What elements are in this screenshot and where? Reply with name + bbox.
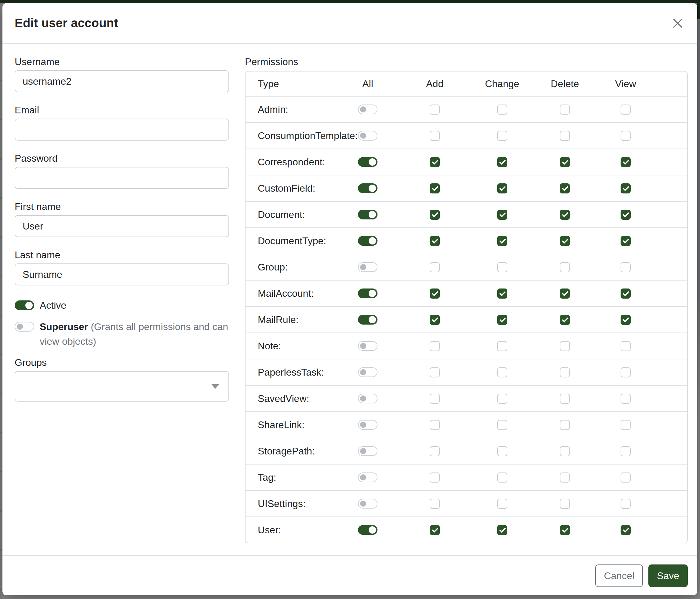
permission-change-checkbox[interactable] <box>497 473 507 483</box>
permission-delete-checkbox[interactable] <box>560 131 570 141</box>
toggle-knob <box>369 237 376 244</box>
permission-add-checkbox[interactable] <box>430 210 440 220</box>
permission-add-checkbox[interactable] <box>430 131 440 141</box>
permission-add-checkbox[interactable] <box>430 367 440 378</box>
permission-all-toggle[interactable] <box>358 236 377 246</box>
permission-all-toggle[interactable] <box>358 131 377 141</box>
permission-add-checkbox[interactable] <box>430 446 440 456</box>
permission-add-checkbox[interactable] <box>430 104 440 115</box>
permission-add-checkbox[interactable] <box>430 183 440 193</box>
permission-add-checkbox[interactable] <box>430 341 440 351</box>
permission-delete-checkbox[interactable] <box>560 104 570 115</box>
permission-delete-checkbox[interactable] <box>560 236 570 246</box>
permission-change-checkbox[interactable] <box>497 157 507 167</box>
permission-all-toggle[interactable] <box>358 104 377 114</box>
permission-delete-checkbox[interactable] <box>560 499 570 509</box>
permission-view-checkbox[interactable] <box>621 499 631 509</box>
permission-change-checkbox[interactable] <box>497 420 507 430</box>
permission-view-checkbox[interactable] <box>621 157 631 167</box>
permission-view-checkbox[interactable] <box>621 446 631 456</box>
close-button[interactable] <box>669 15 686 32</box>
permission-delete-checkbox[interactable] <box>560 525 570 535</box>
permission-change-checkbox[interactable] <box>497 367 507 378</box>
password-input[interactable] <box>15 167 229 189</box>
last-name-input[interactable] <box>15 263 229 285</box>
permission-view-checkbox[interactable] <box>621 288 631 298</box>
permission-all-toggle[interactable] <box>358 183 377 193</box>
permission-add-checkbox[interactable] <box>430 525 440 535</box>
permission-change-checkbox[interactable] <box>497 288 507 298</box>
backdrop-right <box>697 19 700 599</box>
superuser-toggle[interactable] <box>15 322 34 332</box>
permission-delete-checkbox[interactable] <box>560 288 570 298</box>
first-name-input[interactable] <box>15 215 229 237</box>
permission-delete-checkbox[interactable] <box>560 393 570 404</box>
permission-all-toggle[interactable] <box>358 288 377 298</box>
permission-delete-checkbox[interactable] <box>560 473 570 483</box>
groups-select[interactable] <box>15 371 229 402</box>
active-toggle[interactable] <box>15 301 34 310</box>
permission-delete-checkbox[interactable] <box>560 183 570 193</box>
permission-add-checkbox[interactable] <box>430 262 440 272</box>
permission-add-checkbox[interactable] <box>430 315 440 325</box>
permission-add-checkbox[interactable] <box>430 393 440 404</box>
permission-add-checkbox[interactable] <box>430 420 440 430</box>
permission-delete-checkbox[interactable] <box>560 210 570 220</box>
email-input[interactable] <box>15 119 229 141</box>
permission-all-toggle[interactable] <box>358 473 377 482</box>
permission-change-checkbox[interactable] <box>497 104 507 115</box>
permission-change-checkbox[interactable] <box>497 446 507 456</box>
permission-change-checkbox[interactable] <box>497 236 507 246</box>
permission-all-toggle[interactable] <box>358 393 377 403</box>
permission-change-checkbox[interactable] <box>497 499 507 509</box>
permission-view-checkbox[interactable] <box>621 236 631 246</box>
permission-view-checkbox[interactable] <box>621 525 631 535</box>
permission-view-checkbox[interactable] <box>621 210 631 220</box>
permission-delete-checkbox[interactable] <box>560 367 570 378</box>
permission-add-checkbox[interactable] <box>430 499 440 509</box>
permission-delete-checkbox[interactable] <box>560 315 570 325</box>
permission-view-checkbox[interactable] <box>621 262 631 272</box>
permission-view-checkbox[interactable] <box>621 183 631 193</box>
permission-add-checkbox[interactable] <box>430 473 440 483</box>
permission-change-checkbox[interactable] <box>497 341 507 351</box>
permission-view-checkbox[interactable] <box>621 341 631 351</box>
permission-view-checkbox[interactable] <box>621 473 631 483</box>
permission-all-toggle[interactable] <box>358 420 377 430</box>
permission-change-checkbox[interactable] <box>497 210 507 220</box>
permission-add-checkbox[interactable] <box>430 288 440 298</box>
cancel-button[interactable]: Cancel <box>595 565 643 587</box>
permission-delete-checkbox[interactable] <box>560 420 570 430</box>
permission-all-toggle[interactable] <box>358 525 377 535</box>
permission-change-checkbox[interactable] <box>497 525 507 535</box>
permission-change-checkbox[interactable] <box>497 315 507 325</box>
permission-view-checkbox[interactable] <box>621 131 631 141</box>
password-label: Password <box>15 153 229 164</box>
permission-view-checkbox[interactable] <box>621 420 631 430</box>
save-button[interactable]: Save <box>648 565 688 587</box>
permission-view-checkbox[interactable] <box>621 315 631 325</box>
permission-delete-checkbox[interactable] <box>560 157 570 167</box>
toggle-knob <box>360 474 366 480</box>
permission-all-toggle[interactable] <box>358 341 377 351</box>
permission-all-toggle[interactable] <box>358 210 377 219</box>
permission-add-checkbox[interactable] <box>430 236 440 246</box>
permission-all-toggle[interactable] <box>358 157 377 167</box>
permission-all-toggle[interactable] <box>358 499 377 508</box>
permission-view-checkbox[interactable] <box>621 104 631 115</box>
permission-all-toggle[interactable] <box>358 446 377 456</box>
permission-all-toggle[interactable] <box>358 315 377 325</box>
permission-delete-checkbox[interactable] <box>560 446 570 456</box>
permission-change-checkbox[interactable] <box>497 393 507 404</box>
permission-all-toggle[interactable] <box>358 262 377 272</box>
permission-view-checkbox[interactable] <box>621 367 631 378</box>
username-input[interactable] <box>15 70 229 92</box>
permission-add-checkbox[interactable] <box>430 157 440 167</box>
permission-change-checkbox[interactable] <box>497 262 507 272</box>
permission-delete-checkbox[interactable] <box>560 262 570 272</box>
permission-change-checkbox[interactable] <box>497 183 507 193</box>
permission-view-checkbox[interactable] <box>621 393 631 404</box>
permission-all-toggle[interactable] <box>358 367 377 377</box>
permission-delete-checkbox[interactable] <box>560 341 570 351</box>
permission-change-checkbox[interactable] <box>497 131 507 141</box>
